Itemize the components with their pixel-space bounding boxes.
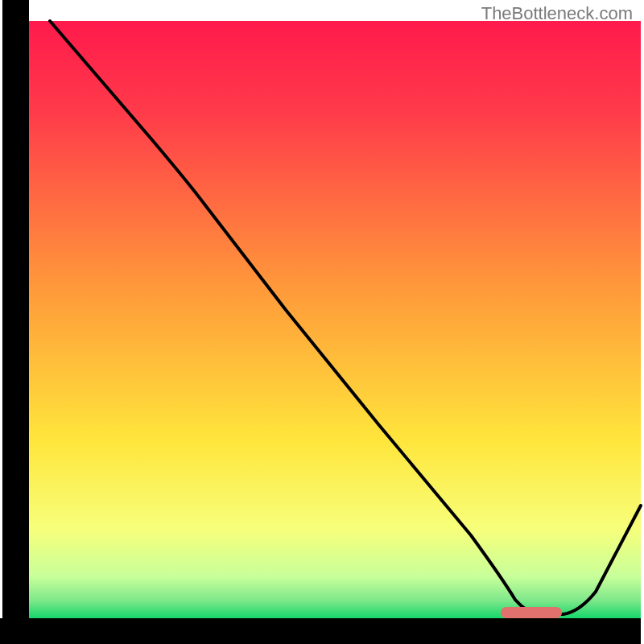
y-axis	[2, 0, 29, 644]
right-strip	[641, 0, 644, 644]
chart-svg	[0, 0, 644, 644]
x-axis	[0, 618, 644, 644]
plot-background	[29, 21, 641, 618]
watermark-text: TheBottleneck.com	[481, 3, 633, 24]
chart-stage: TheBottleneck.com	[0, 0, 644, 644]
optimal-marker	[501, 607, 562, 618]
